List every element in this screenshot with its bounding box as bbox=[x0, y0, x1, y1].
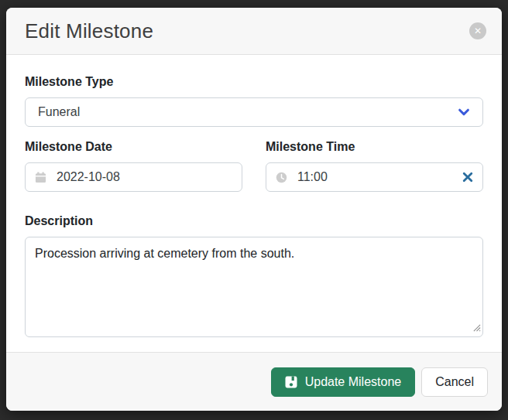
milestone-type-select[interactable]: Funeral bbox=[25, 97, 483, 127]
cancel-button[interactable]: Cancel bbox=[421, 367, 488, 397]
milestone-time-value: 11:00 bbox=[297, 170, 328, 184]
milestone-date-label: Milestone Date bbox=[25, 140, 242, 154]
clock-icon bbox=[276, 172, 287, 183]
milestone-date-value: 2022-10-08 bbox=[57, 170, 120, 184]
update-milestone-button[interactable]: Update Milestone bbox=[271, 367, 416, 397]
clear-time-x-icon[interactable] bbox=[462, 172, 473, 183]
description-label: Description bbox=[25, 214, 483, 228]
edit-milestone-dialog: Edit Milestone ✕ Milestone Type Funeral … bbox=[6, 8, 502, 411]
dialog-body: Milestone Type Funeral Milestone Date bbox=[6, 55, 502, 352]
close-icon[interactable]: ✕ bbox=[469, 22, 486, 39]
cancel-label: Cancel bbox=[435, 375, 474, 389]
milestone-type-value: Funeral bbox=[38, 105, 80, 119]
milestone-time-label: Milestone Time bbox=[266, 140, 483, 154]
date-time-row: Milestone Date 2022-10-08 Milestone Time bbox=[25, 140, 483, 192]
dimmed-page-overlay: { "modal": { "title": "Edit Milestone", … bbox=[0, 0, 508, 420]
date-column: Milestone Date 2022-10-08 bbox=[25, 140, 242, 192]
update-milestone-label: Update Milestone bbox=[305, 375, 402, 389]
save-icon bbox=[285, 376, 297, 388]
time-column: Milestone Time 11:00 bbox=[266, 140, 483, 192]
milestone-type-label: Milestone Type bbox=[25, 75, 483, 89]
dialog-title: Edit Milestone bbox=[25, 19, 153, 43]
description-section: Description Procession arriving at cemet… bbox=[25, 214, 483, 337]
dialog-header: Edit Milestone ✕ bbox=[6, 8, 502, 55]
chevron-down-icon bbox=[458, 106, 470, 118]
dialog-footer: Update Milestone Cancel bbox=[6, 352, 502, 411]
milestone-time-input[interactable]: 11:00 bbox=[266, 162, 483, 192]
description-wrap: Procession arriving at cemetery from the… bbox=[25, 237, 483, 337]
milestone-date-input[interactable]: 2022-10-08 bbox=[25, 162, 242, 192]
description-textarea[interactable]: Procession arriving at cemetery from the… bbox=[25, 237, 483, 337]
calendar-icon bbox=[35, 172, 46, 183]
